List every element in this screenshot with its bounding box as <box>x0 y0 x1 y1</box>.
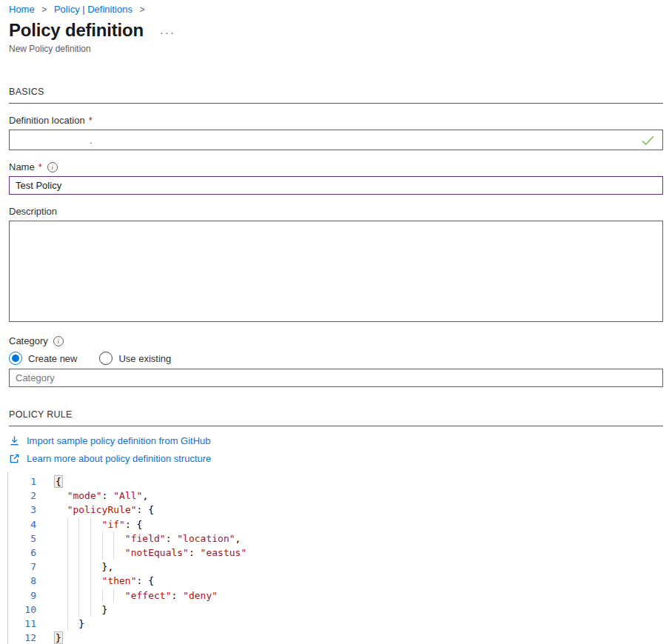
description-label-text: Description <box>9 206 57 217</box>
indent <box>56 603 67 617</box>
indent-guide <box>90 588 102 603</box>
json-string-token: "notEquals" <box>125 547 189 558</box>
code-line: } <box>47 617 672 631</box>
indent-guide <box>67 617 79 631</box>
policy-rule-section-label: POLICY RULE <box>9 409 663 420</box>
code-line: }, <box>47 560 672 574</box>
indent-guide <box>113 531 125 546</box>
json-punct-token: } <box>102 604 108 615</box>
indent <box>56 617 67 631</box>
indent-guide <box>78 560 90 574</box>
radio-create-new[interactable] <box>9 352 22 365</box>
indent-guide <box>67 517 79 531</box>
indent-guide <box>90 574 102 588</box>
breadcrumb-separator: > <box>41 4 47 15</box>
category-label: Category i <box>9 335 663 346</box>
json-punct-token: : <box>102 490 114 501</box>
line-number: 8 <box>8 574 36 588</box>
code-line: } <box>47 603 672 617</box>
indent-guide <box>78 603 90 617</box>
description-label: Description <box>9 206 663 217</box>
indent-guide <box>78 517 90 531</box>
checkmark-icon <box>642 135 654 147</box>
code-line: "then": { <box>47 574 672 588</box>
json-string-token: "deny" <box>183 590 218 601</box>
indent <box>56 560 67 574</box>
json-string-token: "eastus" <box>201 547 247 558</box>
required-asterisk: * <box>89 115 93 126</box>
line-number: 10 <box>8 603 36 617</box>
indent <box>56 531 67 546</box>
more-options-button[interactable]: ··· <box>160 29 175 36</box>
breadcrumb-link-policy-definitions[interactable]: Policy | Definitions <box>54 4 132 15</box>
radio-create-new-label[interactable]: Create new <box>28 353 77 364</box>
definition-location-value: . <box>10 135 93 146</box>
page-title: Policy definition <box>9 20 144 41</box>
json-punct-token: { <box>148 575 154 586</box>
line-number: 4 <box>8 517 36 531</box>
learn-more-link-row: Learn more about policy definition struc… <box>9 453 663 464</box>
download-icon <box>9 435 20 446</box>
name-label: Name * i <box>9 161 663 172</box>
indent-guide <box>67 546 79 560</box>
page-subtitle: New Policy definition <box>9 44 663 54</box>
info-icon[interactable]: i <box>47 162 58 172</box>
indent <box>56 546 67 560</box>
code-line: "mode": "All", <box>47 489 672 503</box>
json-punct-token: }, <box>102 561 114 572</box>
json-string-token: "policyRule" <box>67 504 137 515</box>
info-icon[interactable]: i <box>53 336 64 346</box>
definition-location-input[interactable]: . <box>9 130 663 150</box>
matched-bracket-token: } <box>54 631 63 644</box>
code-line: "notEquals": "eastus" <box>47 546 672 560</box>
external-link-icon <box>9 453 20 464</box>
json-punct-token: : <box>125 519 137 530</box>
name-input[interactable] <box>9 176 663 195</box>
indent-guide <box>78 531 90 546</box>
code-gutter: 123456789101112 <box>8 474 47 644</box>
indent-guide <box>90 603 102 617</box>
code-line: "field": "location", <box>47 531 672 546</box>
indent-guide <box>90 560 102 574</box>
policy-rule-code-editor[interactable]: 123456789101112 {"mode": "All","policyRu… <box>7 472 672 644</box>
line-number: 6 <box>8 546 36 560</box>
category-label-text: Category <box>9 335 48 346</box>
page-header: Policy definition ··· <box>9 20 663 41</box>
definition-location-label-text: Definition location <box>9 115 85 126</box>
indent <box>56 588 67 603</box>
indent <box>56 517 67 531</box>
code-line: "effect": "deny" <box>47 588 672 603</box>
category-input[interactable] <box>9 369 663 387</box>
breadcrumb: Home > Policy | Definitions > <box>0 0 672 15</box>
code-lines: {"mode": "All","policyRule": {"if": {"fi… <box>47 474 672 644</box>
line-number: 9 <box>8 588 36 603</box>
indent-guide <box>90 531 102 546</box>
json-punct-token: { <box>148 504 154 515</box>
indent-guide <box>102 546 114 560</box>
json-punct-token: : <box>137 504 149 515</box>
learn-more-link[interactable]: Learn more about policy definition struc… <box>27 453 211 464</box>
matched-bracket-token: { <box>54 475 63 488</box>
import-sample-link-row: Import sample policy definition from Git… <box>9 435 663 446</box>
line-number: 11 <box>8 617 36 631</box>
definition-location-label: Definition location * <box>9 115 663 126</box>
json-punct-token: : <box>171 590 183 601</box>
import-sample-link[interactable]: Import sample policy definition from Git… <box>27 435 211 446</box>
indent-guide <box>78 574 90 588</box>
code-line: } <box>47 631 672 644</box>
indent-guide <box>102 531 114 546</box>
required-asterisk: * <box>38 161 42 172</box>
indent-guide <box>78 546 90 560</box>
json-punct-token: : <box>189 547 201 558</box>
json-punct-token: : <box>166 533 178 544</box>
indent-guide <box>90 546 102 560</box>
indent <box>56 574 67 588</box>
indent-guide <box>67 560 79 574</box>
description-textarea[interactable] <box>9 221 663 322</box>
breadcrumb-link-home[interactable]: Home <box>9 4 35 15</box>
json-punct-token: } <box>78 618 84 629</box>
radio-use-existing[interactable] <box>99 352 112 365</box>
line-number: 2 <box>8 489 36 503</box>
json-string-token: "field" <box>125 533 166 544</box>
radio-use-existing-label[interactable]: Use existing <box>118 353 171 364</box>
